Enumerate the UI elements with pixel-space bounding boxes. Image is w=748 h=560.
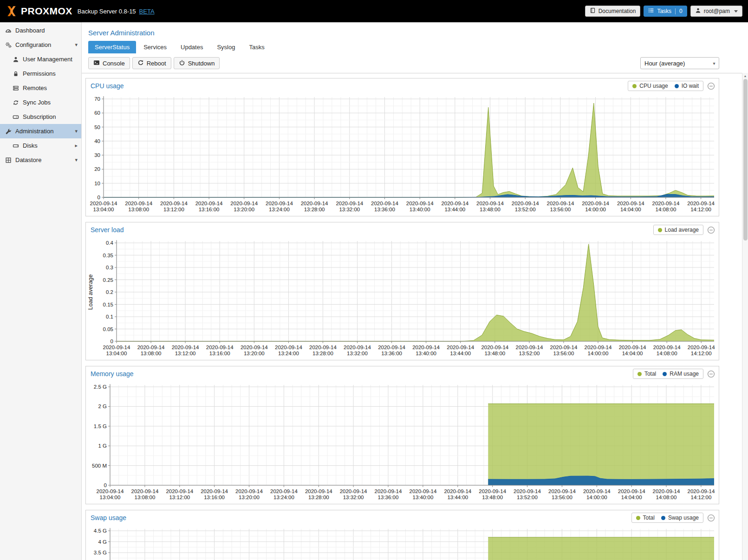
collapse-icon[interactable] [707,370,715,378]
svg-text:4 G: 4 G [98,539,107,545]
tasks-button[interactable]: Tasks 0 [644,6,687,17]
chart-title: Memory usage [91,370,633,378]
collapse-icon[interactable] [707,514,715,522]
svg-text:2020-09-14: 2020-09-14 [512,201,539,206]
chart-title: Server load [91,226,653,234]
sidebar-item-datastore[interactable]: Datastore▾ [0,153,81,167]
chart-legend: Load average [653,225,703,235]
svg-text:2020-09-14: 2020-09-14 [166,488,193,494]
svg-text:2020-09-14: 2020-09-14 [687,488,715,494]
sidebar-item-label: User Management [23,56,78,63]
vertical-scrollbar[interactable]: ▲ [742,73,748,560]
expander-down-icon[interactable]: ▾ [75,42,78,47]
tab-serverstatus[interactable]: ServerStatus [88,41,136,53]
svg-text:2020-09-14: 2020-09-14 [548,488,576,494]
expander-down-icon[interactable]: ▾ [75,129,78,134]
svg-text:0: 0 [104,482,107,488]
time-range-value: Hour (average) [644,60,685,67]
legend-dot-icon [632,84,637,88]
svg-text:2020-09-14: 2020-09-14 [515,345,543,350]
svg-text:13:04:00: 13:04:00 [106,351,127,356]
chart-canvas-swap: 0500 M1 G1.5 G2 G2.5 G3 G3.5 G4 G4.5 G20… [86,525,718,560]
legend-item-swap-usage[interactable]: Swap usage [661,514,699,521]
legend-item-total[interactable]: Total [637,371,656,377]
legend-item-ram-usage[interactable]: RAM usage [663,371,699,377]
expander-right-icon[interactable]: ▸ [75,143,78,148]
scroll-up-icon[interactable]: ▲ [742,73,748,78]
svg-text:2020-09-14: 2020-09-14 [619,345,646,350]
tab-updates[interactable]: Updates [174,41,209,53]
chart-canvas-memory: 0500 M1 G1.5 G2 G2.5 G2020-09-1413:04:00… [86,381,718,502]
legend-item-load-average[interactable]: Load average [658,227,699,233]
user-menu-button[interactable]: root@pam [690,6,742,17]
svg-text:13:40:00: 13:40:00 [416,351,436,356]
sidebar-item-label: Permissions [23,70,78,77]
reboot-button[interactable]: Reboot [132,57,171,69]
wrench-icon [5,128,12,135]
sidebar-item-administration[interactable]: Administration▾ [0,124,81,138]
svg-text:2020-09-14: 2020-09-14 [412,345,440,350]
legend-dot-icon [637,372,642,376]
time-range-select[interactable]: Hour (average) ▾ [640,57,719,69]
svg-text:2020-09-14: 2020-09-14 [206,345,234,350]
svg-text:14:08:00: 14:08:00 [656,207,676,212]
tab-services[interactable]: Services [137,41,173,53]
sidebar-item-dashboard[interactable]: Dashboard [0,23,81,38]
svg-text:Load average: Load average [87,274,94,310]
tab-tasks[interactable]: Tasks [242,41,271,53]
gears-icon [5,42,12,48]
sidebar-item-subscription[interactable]: Subscription [0,110,81,124]
svg-text:14:12:00: 14:12:00 [690,207,711,212]
svg-text:2020-09-14: 2020-09-14 [125,201,152,206]
svg-text:2020-09-14: 2020-09-14 [514,488,541,494]
svg-text:2020-09-14: 2020-09-14 [90,201,117,206]
svg-text:14:04:00: 14:04:00 [622,351,643,356]
svg-text:13:36:00: 13:36:00 [374,207,395,212]
legend-label: Total [644,371,656,377]
svg-text:2020-09-14: 2020-09-14 [241,345,268,350]
svg-text:2020-09-14: 2020-09-14 [270,488,298,494]
svg-text:2020-09-14: 2020-09-14 [585,345,612,350]
console-label: Console [103,60,125,67]
svg-text:13:04:00: 13:04:00 [93,207,114,212]
sidebar-item-sync-jobs[interactable]: Sync Jobs [0,95,81,110]
shutdown-button[interactable]: Shutdown [174,57,220,69]
console-button[interactable]: Console [88,57,130,69]
svg-text:2020-09-14: 2020-09-14 [97,488,124,494]
svg-text:2020-09-14: 2020-09-14 [653,488,680,494]
svg-text:13:08:00: 13:08:00 [135,495,156,500]
beta-link[interactable]: BETA [139,8,155,15]
chart-canvas-load: 00.050.10.150.20.250.30.350.42020-09-141… [86,237,718,358]
sidebar-item-remotes[interactable]: Remotes [0,81,81,95]
expander-down-icon[interactable]: ▾ [75,157,78,163]
legend-label: CPU usage [639,83,668,89]
svg-text:2020-09-14: 2020-09-14 [406,201,434,206]
chart-panel-swap-usage: Swap usageTotalSwap usage0500 M1 G1.5 G2… [85,510,719,560]
legend-item-cpu-usage[interactable]: CPU usage [632,83,668,89]
legend-item-total[interactable]: Total [636,514,655,521]
collapse-icon[interactable] [707,226,715,234]
lock-icon [12,71,20,77]
documentation-button[interactable]: Documentation [585,6,641,17]
svg-text:2020-09-14: 2020-09-14 [444,488,471,494]
collapse-icon[interactable] [707,82,715,90]
sidebar-item-disks[interactable]: Disks▸ [0,138,81,153]
legend-item-io-wait[interactable]: IO wait [675,83,699,89]
sidebar-item-user-management[interactable]: User Management [0,52,81,66]
svg-text:14:04:00: 14:04:00 [620,207,641,212]
svg-text:2020-09-14: 2020-09-14 [441,201,468,206]
sidebar-item-configuration[interactable]: Configuration▾ [0,38,81,52]
svg-text:0.35: 0.35 [103,253,113,258]
disk-icon [12,143,20,149]
book-icon [590,7,596,15]
header: PROXMOX Backup Server 0.8-15 BETA Docume… [0,0,748,22]
svg-text:2020-09-14: 2020-09-14 [546,201,574,206]
scrollbar-thumb[interactable] [743,79,748,241]
user-icon [12,56,20,63]
svg-text:14:04:00: 14:04:00 [621,495,642,500]
tab-syslog[interactable]: Syslog [210,41,241,53]
tasks-separator [675,8,676,14]
sidebar-item-permissions[interactable]: Permissions [0,66,81,81]
svg-text:13:32:00: 13:32:00 [347,351,368,356]
svg-text:0.4: 0.4 [106,240,114,246]
